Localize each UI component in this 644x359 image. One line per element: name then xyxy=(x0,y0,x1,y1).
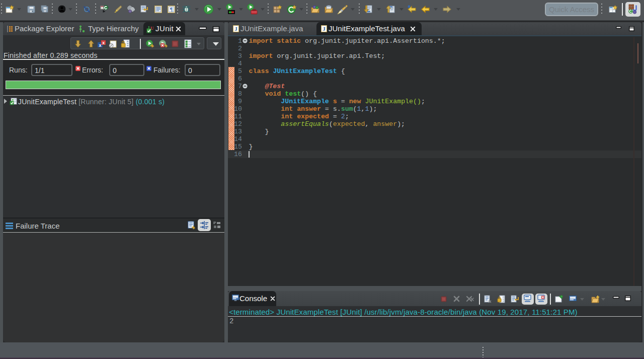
svg-text:x: x xyxy=(102,40,105,45)
svg-text:J: J xyxy=(323,26,326,32)
svg-text:J: J xyxy=(234,26,237,32)
svg-text:x: x xyxy=(99,43,101,48)
svg-text:¶: ¶ xyxy=(170,6,173,12)
